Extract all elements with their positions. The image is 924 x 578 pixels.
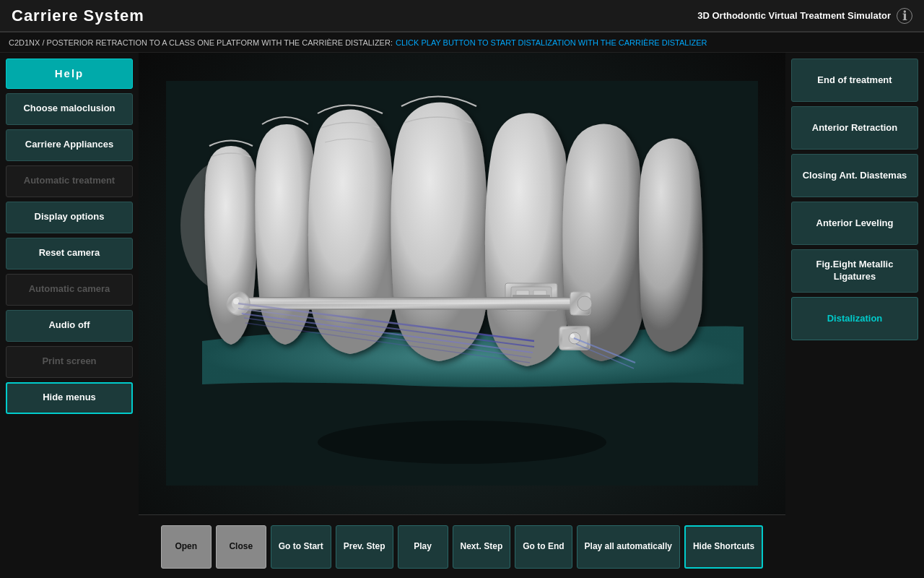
closing-ant-diastemas-button[interactable]: Closing Ant. Diastemas xyxy=(791,154,918,197)
go-to-end-button[interactable]: Go to End xyxy=(515,525,572,569)
display-options-button[interactable]: Display options xyxy=(6,202,133,233)
carriere-appliances-button[interactable]: Carriere Appliances xyxy=(6,129,133,161)
breadcrumb-static: C2D1NX / POSTERIOR RETRACTION TO A CLASS… xyxy=(9,38,393,47)
hide-menus-button[interactable]: Hide menus xyxy=(6,382,133,414)
info-icon[interactable]: ℹ xyxy=(897,8,912,24)
hide-shortcuts-button[interactable]: Hide Shortcuts xyxy=(684,525,763,569)
svg-point-25 xyxy=(318,420,606,464)
play-all-automatically-button[interactable]: Play all automatically xyxy=(577,525,680,569)
breadcrumb-link[interactable]: CLICK PLAY BUTTON TO START DISTALIZATION… xyxy=(396,38,707,47)
right-sidebar: End of treatment Anterior Retraction Clo… xyxy=(785,53,924,578)
audio-off-button[interactable]: Audio off xyxy=(6,310,133,342)
main-layout: Help Choose maloclusion Carriere Applian… xyxy=(0,53,924,578)
svg-rect-8 xyxy=(240,300,583,304)
end-of-treatment-button[interactable]: End of treatment xyxy=(791,59,918,102)
next-step-button[interactable]: Next. Step xyxy=(453,525,511,569)
print-screen-button: Print screen xyxy=(6,346,133,378)
teeth-svg xyxy=(166,81,758,486)
header: Carriere System 3D Orthodontic Virtual T… xyxy=(0,0,924,33)
3d-viewport[interactable] xyxy=(139,53,785,578)
automatic-treatment-button: Automatic treatment xyxy=(6,165,133,197)
app-title: Carriere System xyxy=(12,7,144,25)
anterior-retraction-button[interactable]: Anterior Retraction xyxy=(791,106,918,150)
anterior-leveling-button[interactable]: Anterior Leveling xyxy=(791,202,918,245)
svg-point-11 xyxy=(233,298,239,304)
bottom-toolbar: Open Close Go to Start Prev. Step Play N… xyxy=(139,514,785,578)
svg-point-22 xyxy=(570,334,575,338)
automatic-camera-button: Automatic camera xyxy=(6,274,133,306)
distalization-button[interactable]: Distalization xyxy=(791,297,918,340)
play-button[interactable]: Play xyxy=(398,525,448,569)
svg-point-13 xyxy=(578,296,592,311)
go-to-start-button[interactable]: Go to Start xyxy=(271,525,331,569)
fig-eight-metallic-ligatures-button[interactable]: Fig.Eight Metallic Ligatures xyxy=(791,249,918,293)
left-sidebar: Help Choose maloclusion Carriere Applian… xyxy=(0,53,139,578)
open-button[interactable]: Open xyxy=(161,525,212,569)
teeth-canvas xyxy=(139,53,785,513)
choose-maloclusion-button[interactable]: Choose maloclusion xyxy=(6,93,133,125)
breadcrumb: C2D1NX / POSTERIOR RETRACTION TO A CLASS… xyxy=(0,33,924,53)
reset-camera-button[interactable]: Reset camera xyxy=(6,238,133,269)
close-button[interactable]: Close xyxy=(216,525,266,569)
prev-step-button[interactable]: Prev. Step xyxy=(336,525,393,569)
help-button[interactable]: Help xyxy=(6,59,133,89)
app-subtitle: 3D Orthodontic Virtual Treatment Simulat… xyxy=(697,10,891,21)
